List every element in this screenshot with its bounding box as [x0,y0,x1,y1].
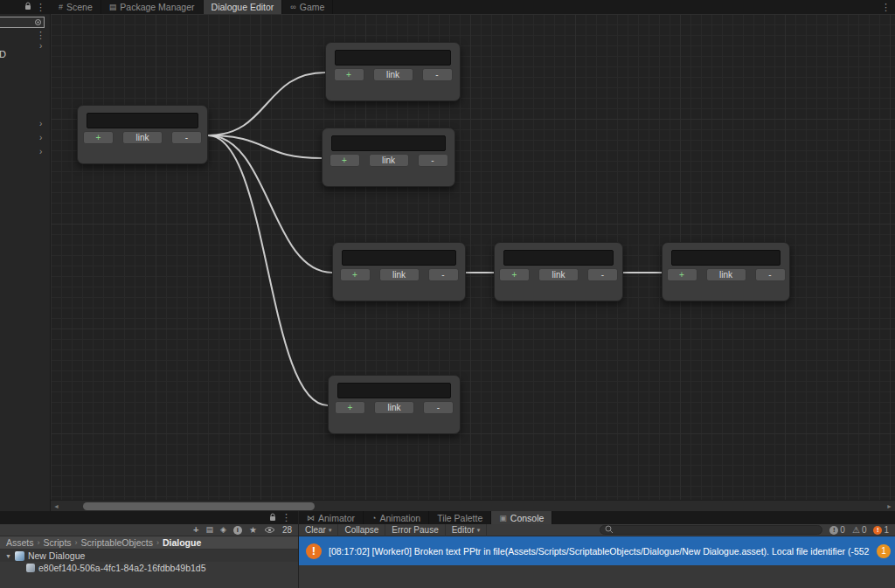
tab-animator[interactable]: ⋈Animator [299,511,364,524]
tab-game[interactable]: ∞Game [282,0,333,14]
editor-dropdown-button[interactable]: Editor ▾ [446,524,488,536]
horizontal-scrollbar[interactable]: ◄ ► [51,500,895,511]
node-add-button[interactable]: + [330,154,360,167]
node-link-button[interactable]: link [379,268,420,281]
node-add-button[interactable]: + [499,268,530,281]
label-icon[interactable]: ◈ [220,526,226,534]
node-text-field[interactable] [87,113,198,128]
clear-button[interactable]: Clear ▾ [299,524,338,536]
node-add-button[interactable]: + [334,68,364,81]
node-remove-button[interactable]: - [418,154,448,167]
clear-label: Clear [305,525,326,535]
lock-icon[interactable] [269,513,276,523]
dialogue-node[interactable]: + link - [77,105,208,164]
tree-item[interactable]: e80ef140-506a-4fc1-84a2-16fdbb49b1d5 [0,562,298,574]
breadcrumb-item[interactable]: Dialogue [163,537,201,548]
node-add-button[interactable]: + [667,268,697,281]
node-link-button[interactable]: link [706,268,746,281]
node-remove-button[interactable]: - [428,268,459,281]
node-buttons: + link - [503,268,614,281]
tab-dialogue-editor[interactable]: Dialogue Editor [204,0,283,14]
node-text-field[interactable] [503,250,614,266]
animation-icon: ◔ [371,511,376,525]
console-error-count[interactable]: !1 [873,525,889,535]
scroll-left-arrow-icon[interactable]: ◄ [51,502,62,511]
create-asset-icon[interactable]: + [193,525,198,535]
node-add-button[interactable]: + [335,401,365,414]
disclosure-triangle-icon[interactable]: ▼ [5,553,11,559]
node-text-field[interactable] [331,135,446,151]
foldout-chevron-icon[interactable]: › [39,146,42,160]
console-toolbar: Clear ▾ Collapse Error Pause Editor ▾ [299,524,895,536]
node-remove-button[interactable]: - [422,68,453,81]
packages-icon[interactable]: ▤ [205,526,213,534]
console-search-input[interactable] [600,525,822,535]
node-text-field[interactable] [335,50,451,66]
dialogue-node[interactable]: + link - [325,42,461,101]
tab-scene[interactable]: #Scene [51,0,101,14]
tab-label: Scene [66,0,93,14]
tab-label: Animation [379,511,420,525]
scroll-right-arrow-icon[interactable]: ► [884,502,895,511]
lock-icon[interactable] [24,2,31,12]
breadcrumb-item[interactable]: Assets [6,537,34,548]
node-buttons: + link - [331,154,446,167]
foldout-chevron-icon[interactable]: › [39,41,42,51]
kebab-menu-icon[interactable]: ⋮ [881,3,891,12]
object-picker-icon[interactable] [34,17,42,28]
node-remove-button[interactable]: - [171,131,202,144]
bottom-tab-bar: ⋈Animator◔AnimationTile Palette▣Console [299,511,895,524]
breadcrumb-item[interactable]: ScriptableObjects [81,537,153,548]
dialogue-graph-canvas[interactable]: + link - + link - + link - + link - + li… [51,14,895,500]
error-pause-button[interactable]: Error Pause [385,524,445,536]
breadcrumb-item[interactable]: Scripts [44,537,72,548]
foldout-chevron-icon[interactable]: › [39,132,42,146]
dialogue-node[interactable]: + link - [328,375,461,434]
object-field[interactable] [0,17,45,28]
favorites-icon[interactable]: ★ [249,526,257,535]
left-panel-strip: ⋮ › 2D ››› [0,14,51,511]
node-remove-button[interactable]: - [755,268,786,281]
foldout-chevron-icon[interactable]: › [39,118,42,132]
node-add-button[interactable]: + [83,131,114,144]
node-text-field[interactable] [671,250,781,266]
tab-tile-palette[interactable]: Tile Palette [429,511,491,524]
search-icon [605,525,614,536]
console-log-entry[interactable]: ![08:17:02] [Worker0] Broken text PPtr i… [299,536,895,565]
console-info-count[interactable]: !0 [829,525,845,535]
node-link-button[interactable]: link [373,68,413,81]
visibility-icon[interactable] [264,525,275,536]
node-link-button[interactable]: link [538,268,579,281]
tree-item[interactable]: ▼New Dialogue [0,550,298,562]
dialogue-node[interactable]: + link - [322,128,455,187]
tab-console[interactable]: ▣Console [491,511,552,524]
node-text-field[interactable] [342,250,456,266]
collapse-button[interactable]: Collapse [338,524,385,536]
kebab-menu-icon[interactable]: ⋮ [36,31,45,40]
node-link-button[interactable]: link [122,131,163,144]
node-buttons: + link - [342,268,456,281]
dialogue-node[interactable]: + link - [662,242,790,301]
tab-label: Console [510,511,545,525]
collapse-count-badge: 1 [877,544,891,558]
tab-package-manager[interactable]: ▤Package Manager [101,0,204,14]
scene-icon: # [59,0,63,14]
kebab-menu-icon[interactable]: ⋮ [36,3,45,12]
top-tabs: #Scene▤Package ManagerDialogue Editor∞Ga… [51,0,333,14]
node-link-button[interactable]: link [374,401,414,414]
package-manager-icon: ▤ [109,0,117,14]
node-add-button[interactable]: + [340,268,371,281]
node-text-field[interactable] [337,383,451,398]
node-buttons: + link - [335,68,451,81]
info-icon[interactable]: i [233,526,242,535]
node-remove-button[interactable]: - [423,401,454,414]
node-remove-button[interactable]: - [587,268,618,281]
dialogue-node[interactable]: + link - [494,242,623,301]
console-warning-count[interactable]: ⚠0 [852,525,867,535]
scrollbar-thumb[interactable] [83,502,315,510]
tab-animation[interactable]: ◔Animation [364,511,429,524]
kebab-menu-icon[interactable]: ⋮ [281,513,291,522]
node-connection-edge [208,73,325,135]
node-link-button[interactable]: link [369,154,409,167]
dialogue-node[interactable]: + link - [332,242,466,301]
